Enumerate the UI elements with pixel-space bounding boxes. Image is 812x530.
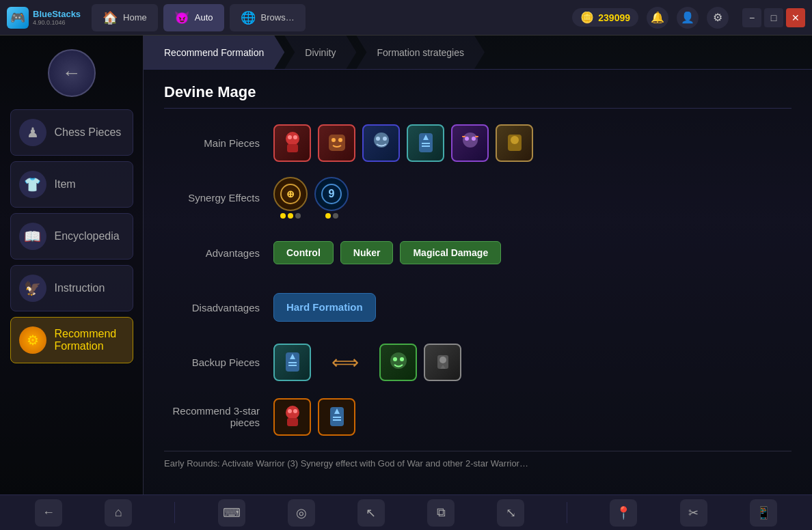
recommend-icon: ⚙ [19,326,46,354]
notification-button[interactable]: 🔔 [647,7,668,29]
cursor-button[interactable]: ↖ [357,499,385,527]
svg-point-32 [400,357,404,361]
sidebar-item-chess-pieces[interactable]: ♟ Chess Pieces [10,109,133,156]
sidebar-item-encyclopedia-label: Encyclopedia [55,230,120,242]
tab-divinity[interactable]: Divinity [284,36,356,69]
star-piece-2 [318,398,355,436]
profile-button[interactable]: 👤 [677,7,699,29]
svg-rect-17 [462,136,465,137]
svg-point-0 [286,132,299,145]
window-controls: − □ ✕ [742,8,805,27]
back-nav-button[interactable]: ← [35,499,62,527]
svg-point-16 [472,137,476,141]
svg-rect-29 [288,365,297,366]
dot-3 [295,213,301,219]
svg-rect-12 [422,143,430,144]
app-name: BlueStacks [33,9,81,19]
star-piece-1 [273,398,311,436]
advantages-label: Advantages [164,247,273,259]
svg-point-38 [288,409,292,413]
swap-arrow-icon: ⟺ [318,351,373,374]
close-button[interactable]: ✕ [786,8,805,27]
svg-point-36 [286,406,299,419]
svg-rect-4 [329,135,345,151]
svg-rect-13 [422,145,430,147]
svg-point-34 [439,357,446,363]
svg-point-31 [393,357,397,361]
synergy-1: ⊕ [273,177,308,219]
tab-recommend-formation[interactable]: Recommend Formation [144,36,284,69]
tag-nuker: Nuker [340,241,394,264]
recommend-3star-row: Recommend 3-star pieces [164,396,791,437]
minimize-button[interactable]: − [742,8,761,27]
main-pieces-label: Main Pieces [164,137,273,149]
game-area: ← ♟ Chess Pieces 👕 Item 📖 Encyclopedia 🦅… [0,36,812,494]
instruction-icon: 🦅 [19,275,46,302]
svg-point-20 [511,136,519,144]
svg-point-2 [288,135,292,139]
tab-auto[interactable]: 😈 Auto [163,4,224,31]
piece-2 [318,124,355,162]
recommend-3star-content [273,398,791,436]
svg-point-8 [376,137,380,141]
chess-pieces-icon: ♟ [19,119,46,146]
svg-point-9 [383,137,387,141]
svg-rect-28 [288,362,297,363]
dpad-button[interactable]: ◎ [288,499,315,527]
dot-1 [280,213,286,219]
settings-button[interactable]: ⚙ [707,7,729,29]
tab-browser[interactable]: 🌐 Brows… [230,4,306,31]
bottom-bar: ← ⌂ ⌨ ◎ ↖ ⧉ ⤡ 📍 ✂ 📱 [0,494,812,530]
sidebar-item-item[interactable]: 👕 Item [10,161,133,208]
multi-instance-button[interactable]: ⧉ [427,499,455,527]
svg-rect-1 [287,144,298,152]
scissors-button[interactable]: ✂ [680,499,707,527]
backup-piece-2 [379,344,417,381]
piece-5 [451,124,489,162]
svg-point-6 [338,138,342,142]
disadvantages-row: Disadvantages Hard Formation [164,287,791,328]
synergy-effects-content: ⊕ 9 [273,177,791,219]
sidebar-item-recommend[interactable]: ⚙ Recommend Formation [10,317,133,363]
top-bar-right: 🪙 239099 🔔 👤 ⚙ − □ ✕ [572,7,805,29]
backup-piece-1 [273,344,311,381]
mobile-button[interactable]: 📱 [750,499,777,527]
home-nav-button[interactable]: ⌂ [105,499,132,527]
coin-icon: 🪙 [580,11,594,24]
tab-home[interactable]: 🏠 Home [92,4,158,31]
tab-formation-strategies[interactable]: Formation strategies [356,36,485,69]
item-icon: 👕 [19,171,46,198]
svg-rect-18 [475,136,478,137]
maximize-button[interactable]: □ [764,8,783,27]
sidebar: ← ♟ Chess Pieces 👕 Item 📖 Encyclopedia 🦅… [0,36,144,494]
disadvantages-content: Hard Formation [273,293,791,322]
fullscreen-button[interactable]: ⤡ [497,499,524,527]
sidebar-item-instruction-label: Instruction [55,282,105,294]
piece-6 [496,124,533,162]
synergy-1-dots [280,213,301,219]
advantages-content: Control Nuker Magical Damage [273,241,791,264]
content-area: Devine Mage Main Pieces [144,70,812,494]
synergy-2: 9 [314,177,349,219]
coin-display: 🪙 239099 [572,8,638,27]
svg-rect-43 [333,419,341,421]
tag-control: Control [273,241,334,264]
top-bar: 🎮 BlueStacks 4.90.0.1046 🏠 Home 😈 Auto 🌐… [0,0,812,36]
keyboard-button[interactable]: ⌨ [218,499,245,527]
dot-5 [333,213,338,219]
tag-magical-damage: Magical Damage [400,241,501,264]
piece-1 [273,124,311,162]
encyclopedia-icon: 📖 [19,223,46,250]
formation-title: Devine Mage [164,83,791,109]
svg-rect-21 [511,145,519,150]
sidebar-item-encyclopedia[interactable]: 📖 Encyclopedia [10,213,133,260]
bottom-divider-2 [567,502,567,523]
svg-point-3 [293,135,297,139]
sidebar-item-instruction[interactable]: 🦅 Instruction [10,265,133,311]
nav-tabs: Recommend Formation Divinity Formation s… [144,36,812,70]
location-button[interactable]: 📍 [610,499,637,527]
piece-3 [362,124,400,162]
back-button[interactable]: ← [48,49,96,97]
synergy-effects-row: Synergy Effects ⊕ [164,177,791,219]
piece-4 [407,124,444,162]
